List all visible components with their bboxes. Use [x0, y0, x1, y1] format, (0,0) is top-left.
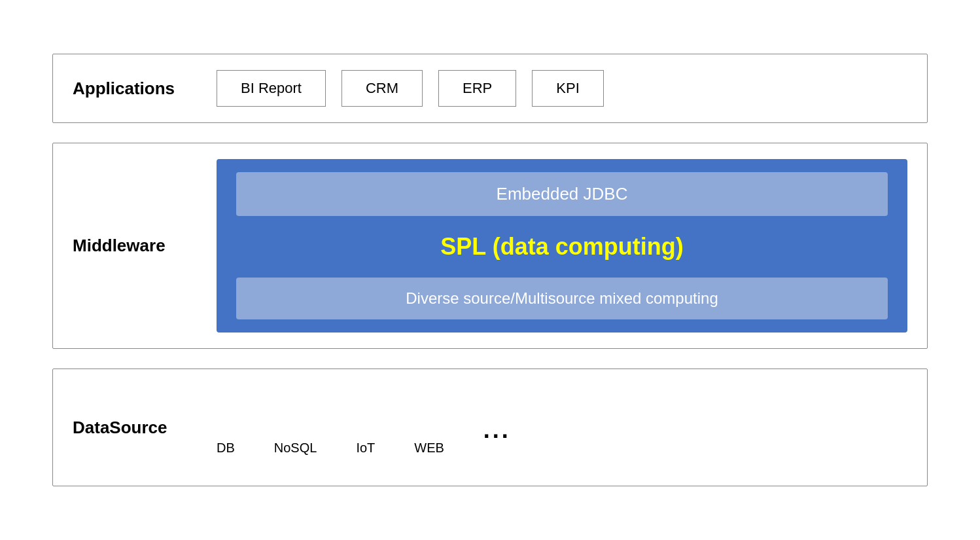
middleware-label: Middleware [73, 236, 203, 256]
datasource-ellipsis: ... [483, 411, 511, 444]
datasource-iot: IoT [356, 400, 375, 456]
middleware-inner: Embedded JDBC SPL (data computing) Diver… [217, 159, 907, 333]
applications-label: Applications [73, 79, 203, 99]
datasource-web: WEB [414, 400, 444, 456]
diverse-source: Diverse source/Multisource mixed computi… [236, 278, 888, 319]
app-kpi: KPI [532, 70, 603, 107]
applications-layer: Applications BI Report CRM ERP KPI [52, 54, 928, 123]
middleware-layer: Middleware Embedded JDBC SPL (data compu… [52, 143, 928, 349]
app-erp: ERP [438, 70, 516, 107]
iot-label: IoT [356, 441, 375, 456]
spl-label: SPL (data computing) [236, 226, 888, 267]
datasource-layer: DataSource DB [52, 369, 928, 486]
db-label: DB [217, 441, 235, 456]
embedded-jdbc: Embedded JDBC [236, 172, 888, 216]
app-crm: CRM [341, 70, 423, 107]
middleware-content: Embedded JDBC SPL (data computing) Diver… [203, 159, 907, 333]
apps-content: BI Report CRM ERP KPI [203, 70, 907, 107]
ellipsis-dots: ... [483, 416, 511, 444]
datasource-label: DataSource [73, 418, 203, 438]
web-label: WEB [414, 441, 444, 456]
datasource-db: DB [217, 400, 235, 456]
datasource-content: DB NoSQL [203, 400, 907, 456]
app-bi-report: BI Report [217, 70, 326, 107]
datasource-nosql: NoSQL [274, 400, 317, 456]
nosql-label: NoSQL [274, 441, 317, 456]
